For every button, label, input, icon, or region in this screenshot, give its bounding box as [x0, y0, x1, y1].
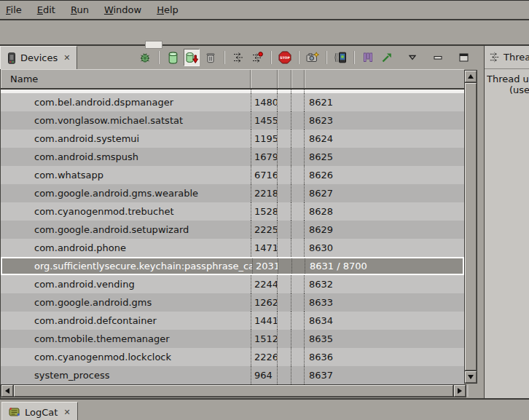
menu-help[interactable]: Help — [157, 4, 179, 15]
empty-cell — [291, 239, 305, 257]
table-row[interactable]: com.android.smspush16798625 — [1, 148, 464, 166]
process-name: com.google.android.gms — [1, 293, 251, 312]
maximize-icon[interactable] — [455, 49, 471, 66]
horizontal-scrollbar[interactable] — [1, 385, 469, 397]
empty-cell — [278, 130, 291, 148]
table-row[interactable]: com.whatsapp67168626 — [1, 166, 464, 184]
table-row[interactable]: com.cyanogenmod.lockclock222658636 — [1, 348, 464, 366]
toolbar-separator — [326, 51, 327, 64]
process-name: com.whatsapp — [1, 166, 251, 184]
process-pid: 22440 — [251, 275, 278, 293]
empty-cell — [291, 275, 305, 293]
method-profiling-icon[interactable] — [360, 49, 376, 66]
threads-icon — [489, 52, 500, 63]
process-pid: 1679 — [251, 148, 278, 166]
scroll-left-button[interactable] — [1, 385, 13, 397]
table-row[interactable]: com.vonglasow.michael.satstat145538623 — [1, 111, 464, 130]
table-row[interactable]: com.tmobile.thememanager15128635 — [1, 330, 464, 348]
table-row[interactable]: com.android.vending224408632 — [1, 275, 464, 293]
column-header-name[interactable]: Name — [1, 70, 251, 88]
devices-toolbar: STOP — [136, 46, 477, 69]
process-port: 8635 — [305, 330, 464, 348]
scroll-down-button[interactable] — [465, 371, 477, 383]
column-header-pid[interactable] — [251, 70, 278, 88]
menu-edit[interactable]: Edit — [37, 4, 55, 15]
drag-handle[interactable] — [145, 41, 162, 49]
update-heap-icon[interactable] — [165, 49, 181, 66]
process-name: com.android.defcontainer — [1, 312, 251, 330]
process-port: 8627 — [305, 184, 464, 202]
empty-cell — [291, 293, 305, 312]
process-pid: 20311 — [252, 258, 278, 274]
column-header-port[interactable] — [305, 70, 464, 88]
process-port: 8636 — [305, 348, 464, 366]
empty-cell — [278, 148, 291, 166]
threads-hot-icon[interactable] — [249, 49, 265, 66]
device-screen-icon[interactable] — [332, 49, 348, 66]
table-row[interactable]: com.cyanogenmod.trebuchet15288628 — [1, 202, 464, 221]
column-header-2[interactable] — [291, 70, 305, 88]
close-icon[interactable]: ✕ — [63, 53, 70, 63]
screen-capture-icon[interactable] — [305, 49, 321, 66]
process-port: 8633 — [305, 293, 464, 312]
dump-hprof-icon[interactable] — [184, 49, 200, 66]
process-pid: 1528 — [251, 202, 278, 221]
horizontal-scroll-thumb[interactable] — [14, 385, 453, 397]
process-pid: 22185 — [251, 184, 278, 202]
table-row[interactable]: com.android.systemui11958624 — [1, 130, 464, 148]
vertical-scroll-thumb[interactable] — [465, 83, 477, 371]
svg-text:STOP: STOP — [280, 56, 290, 60]
scroll-up-button[interactable] — [465, 71, 477, 82]
logcat-tab-label: LogCat — [25, 407, 58, 418]
menu-bar: FileEditRunWindowHelp — [0, 1, 529, 20]
down-arrow-icon — [468, 375, 474, 379]
stop-process-icon[interactable]: STOP — [277, 49, 293, 66]
start-profiling-icon[interactable] — [379, 49, 395, 66]
vertical-scrollbar[interactable] — [465, 71, 477, 383]
process-pid: 1512 — [251, 330, 278, 348]
process-pid: 22250 — [251, 221, 278, 239]
process-name: com.google.android.setupwizard — [1, 221, 251, 239]
process-name: com.google.android.gms.wearable — [1, 184, 251, 202]
process-pid: 12623 — [251, 293, 278, 312]
menu-run[interactable]: Run — [71, 4, 89, 15]
empty-cell — [278, 111, 291, 130]
table-row[interactable]: com.google.android.gms.wearable221858627 — [1, 184, 464, 202]
process-name: org.sufficientlysecure.keychain:passphra… — [2, 258, 252, 274]
process-name: com.android.systemui — [1, 130, 251, 148]
logcat-icon — [9, 407, 20, 417]
table-row[interactable]: com.google.android.gms126238633 — [1, 293, 464, 312]
scroll-right-button[interactable] — [454, 385, 466, 397]
minimize-icon[interactable] — [430, 49, 446, 66]
table-row[interactable]: com.android.defcontainer144118634 — [1, 312, 464, 330]
process-rows: com.bel.android.dspmanager14808621com.vo… — [1, 93, 464, 384]
column-header-1[interactable] — [278, 70, 291, 88]
menu-window[interactable]: Window — [104, 4, 141, 15]
menu-file[interactable]: File — [6, 4, 22, 15]
table-row[interactable]: com.google.android.setupwizard222508629 — [1, 221, 464, 239]
empty-cell — [278, 293, 291, 312]
tab-devices[interactable]: Devices ✕ — [0, 46, 77, 69]
empty-cell — [278, 330, 291, 348]
threads-tab-label[interactable]: Threads — [503, 52, 529, 63]
table-row[interactable]: system_process9648637 — [1, 366, 464, 384]
process-port: 8631 / 8700 — [305, 258, 463, 274]
debug-bug-icon[interactable] — [137, 49, 153, 66]
phone-icon — [7, 52, 16, 64]
table-row[interactable]: org.sufficientlysecure.keychain:passphra… — [1, 257, 464, 275]
process-pid: 964 — [251, 366, 278, 384]
main-area: Devices ✕ STOP Name com.bel.android.dspm… — [0, 46, 529, 398]
toolbar-separator — [353, 51, 355, 64]
tab-logcat[interactable]: LogCat ✕ — [1, 402, 78, 420]
view-sash[interactable] — [477, 46, 484, 398]
process-name: com.cyanogenmod.trebuchet — [1, 202, 251, 221]
view-menu-icon[interactable] — [404, 49, 420, 66]
cause-gc-icon[interactable] — [203, 49, 219, 66]
table-row[interactable]: com.bel.android.dspmanager14808621 — [1, 93, 464, 111]
process-port: 8625 — [305, 148, 464, 166]
process-name: com.android.vending — [1, 275, 251, 293]
empty-cell — [291, 312, 305, 330]
table-row[interactable]: com.android.phone14718630 — [1, 239, 464, 257]
close-icon[interactable]: ✕ — [63, 408, 70, 417]
update-threads-icon[interactable] — [230, 49, 246, 66]
